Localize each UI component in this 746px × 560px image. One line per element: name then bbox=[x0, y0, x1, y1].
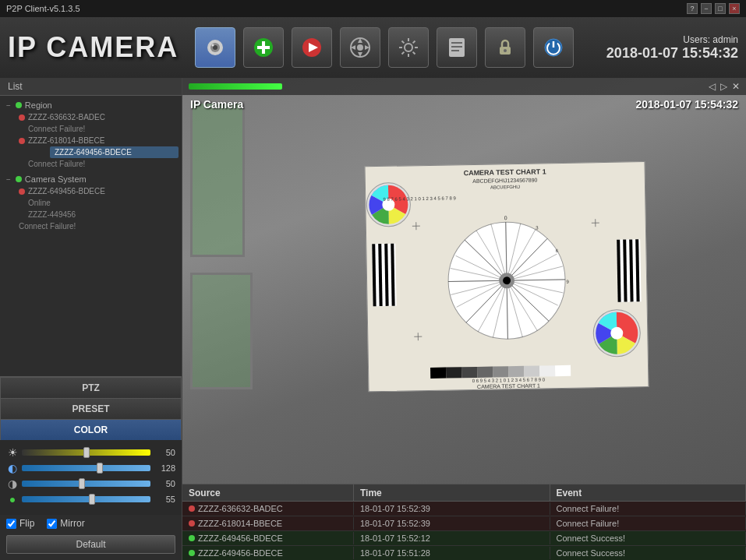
svg-rect-90 bbox=[508, 365, 524, 376]
tree-label: ZZZZ-636632-BADEC bbox=[28, 113, 105, 122]
event-time: 18-01-07 15:52:12 bbox=[354, 532, 550, 544]
users-label: Users: admin bbox=[606, 34, 738, 45]
saturation-icon: ◑ bbox=[6, 477, 19, 490]
hue-icon: ● bbox=[6, 493, 19, 505]
cam-ctrl-2[interactable]: ▷ bbox=[720, 81, 727, 92]
flip-label: Flip bbox=[19, 518, 34, 529]
event-dot bbox=[189, 535, 195, 541]
tab-ptz[interactable]: PTZ bbox=[0, 377, 182, 398]
camera-feed[interactable]: CAMERA TEST CHART 1 ABCDEFGHIJ1234567890… bbox=[182, 78, 746, 484]
header: IP CAMERA bbox=[0, 17, 746, 78]
tree-item[interactable]: ZZZZ-649456-BDECE bbox=[16, 185, 179, 197]
add-button[interactable] bbox=[243, 27, 284, 68]
app-name: P2P Client-v5.1.3.5 bbox=[6, 4, 80, 13]
camera-topbar: ◁ ▷ ✕ bbox=[182, 78, 746, 95]
saturation-slider[interactable] bbox=[22, 481, 150, 487]
status-dot bbox=[19, 188, 25, 195]
camera-view: ◁ ▷ ✕ IP Camera 2018-01-07 15:54:32 bbox=[182, 78, 746, 484]
event-time: 18-01-07 15:51:28 bbox=[354, 547, 550, 559]
tree-item[interactable]: − Region bbox=[3, 99, 179, 111]
event-row[interactable]: ZZZZ-636632-BADEC 18-01-07 15:52:39 Conn… bbox=[182, 502, 746, 516]
col-time: Time bbox=[354, 484, 550, 501]
color-panel: ☀ 50 ◐ 128 ◑ bbox=[0, 440, 182, 515]
svg-rect-26 bbox=[451, 42, 462, 44]
ptz-button[interactable] bbox=[340, 27, 380, 68]
svg-point-3 bbox=[212, 44, 214, 47]
tree-item[interactable]: ZZZZ-618014-BBECE bbox=[16, 135, 179, 146]
ptz-icon bbox=[349, 37, 371, 58]
tree-item[interactable]: − Camera System bbox=[3, 173, 179, 185]
saturation-value: 50 bbox=[154, 479, 175, 488]
tree-label: ZZZZ-649456-BDECE bbox=[55, 148, 132, 157]
svg-rect-92 bbox=[539, 365, 555, 376]
svg-line-23 bbox=[413, 41, 415, 44]
status-dot bbox=[16, 176, 22, 182]
hue-row: ● 55 bbox=[6, 493, 175, 505]
app-title: IP CAMERA bbox=[8, 31, 179, 64]
svg-line-24 bbox=[402, 52, 405, 55]
sidebar: List − Region ZZZZ-636632-BADEC Connect … bbox=[0, 78, 182, 560]
svg-line-21 bbox=[402, 41, 405, 44]
settings-button[interactable] bbox=[388, 27, 429, 68]
help-button[interactable]: ? bbox=[687, 3, 698, 14]
event-source: ZZZZ-649456-BDECE bbox=[182, 532, 354, 544]
event-source: ZZZZ-636632-BADEC bbox=[182, 502, 354, 515]
brightness-row: ☀ 50 bbox=[6, 446, 175, 459]
events-body: ZZZZ-636632-BADEC 18-01-07 15:52:39 Conn… bbox=[182, 502, 746, 560]
svg-point-15 bbox=[405, 44, 412, 51]
event-message: Connect Success! bbox=[550, 547, 747, 559]
close-button[interactable]: × bbox=[729, 3, 740, 14]
power-button[interactable] bbox=[533, 27, 574, 68]
camera-button[interactable] bbox=[195, 27, 235, 68]
hue-slider[interactable] bbox=[22, 496, 150, 502]
svg-rect-6 bbox=[257, 46, 270, 49]
tree-item[interactable]: Connect Failure! bbox=[25, 123, 179, 135]
default-button[interactable]: Default bbox=[6, 535, 175, 554]
cam-ctrl-3[interactable]: ✕ bbox=[732, 81, 740, 92]
brightness-slider[interactable] bbox=[22, 449, 150, 456]
event-row[interactable]: ZZZZ-649456-BDECE 18-01-07 15:52:12 Conn… bbox=[182, 531, 746, 546]
svg-rect-27 bbox=[451, 46, 462, 48]
col-event: Event bbox=[550, 484, 747, 501]
event-dot bbox=[189, 520, 195, 527]
col-source: Source bbox=[182, 484, 354, 501]
flip-checkbox-label[interactable]: Flip bbox=[6, 518, 34, 529]
svg-rect-85 bbox=[430, 367, 446, 378]
event-source: ZZZZ-618014-BBECE bbox=[182, 517, 354, 530]
tree-label: Online bbox=[28, 199, 51, 207]
event-row[interactable]: ZZZZ-618014-BBECE 18-01-07 15:52:39 Conn… bbox=[182, 516, 746, 531]
selected-item[interactable]: ZZZZ-649456-BDECE bbox=[50, 146, 179, 158]
mirror-checkbox[interactable] bbox=[47, 519, 57, 529]
event-message: Connect Success! bbox=[550, 532, 747, 544]
flip-checkbox[interactable] bbox=[6, 519, 16, 529]
play-button[interactable] bbox=[292, 27, 332, 68]
tree-item[interactable]: ZZZZ-449456 bbox=[25, 209, 179, 220]
tab-preset[interactable]: PRESET bbox=[0, 398, 182, 419]
svg-text:CAMERA TEST CHART 1: CAMERA TEST CHART 1 bbox=[476, 382, 539, 389]
tree-item[interactable]: ZZZZ-636632-BADEC bbox=[16, 111, 179, 123]
contrast-slider[interactable] bbox=[22, 465, 150, 471]
tree-item[interactable]: Connect Failure! bbox=[16, 220, 179, 232]
tree-label: Camera System bbox=[25, 174, 87, 184]
svg-point-30 bbox=[504, 49, 507, 52]
event-row[interactable]: ZZZZ-649456-BDECE 18-01-07 15:51:28 Conn… bbox=[182, 546, 746, 560]
collapse-icon: − bbox=[6, 175, 11, 184]
tree-item[interactable]: Online bbox=[25, 197, 179, 209]
files-button[interactable] bbox=[437, 27, 477, 68]
datetime-block: Users: admin 2018-01-07 15:54:32 bbox=[606, 34, 738, 62]
tree-item[interactable]: Connect Failure! bbox=[25, 158, 179, 170]
tab-color[interactable]: COLOR bbox=[0, 419, 182, 440]
lock-button[interactable] bbox=[485, 27, 525, 68]
maximize-button[interactable]: □ bbox=[715, 3, 726, 14]
camera-test-chart: CAMERA TEST CHART 1 ABCDEFGHIJ1234567890… bbox=[364, 161, 649, 392]
brightness-icon: ☀ bbox=[6, 446, 19, 459]
svg-rect-91 bbox=[524, 365, 539, 376]
mirror-checkbox-label[interactable]: Mirror bbox=[47, 518, 84, 529]
status-dot bbox=[16, 102, 22, 108]
svg-text:0 6 9 5 4 3 2 1 0 1 2 3 4 5 6 : 0 6 9 5 4 3 2 1 0 1 2 3 4 5 6 7 8 9 0 bbox=[472, 377, 545, 383]
titlebar: P2P Client-v5.1.3.5 ? − □ × bbox=[0, 0, 746, 17]
cam-ctrl-1[interactable]: ◁ bbox=[709, 81, 716, 92]
svg-text:0: 0 bbox=[504, 215, 507, 220]
window-bottom bbox=[190, 273, 253, 389]
minimize-button[interactable]: − bbox=[701, 3, 712, 14]
